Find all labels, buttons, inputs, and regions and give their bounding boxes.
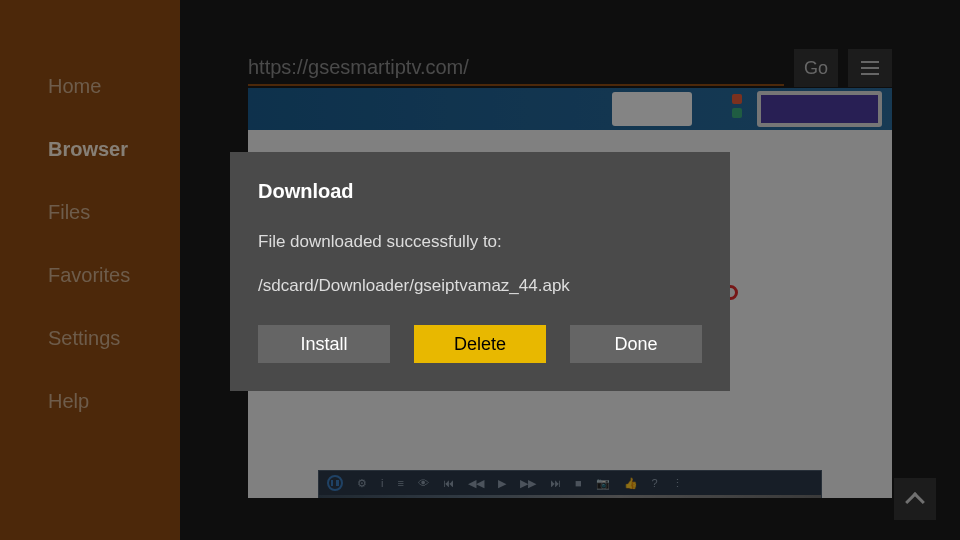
download-dialog: Download File downloaded successfully to… — [230, 152, 730, 391]
install-button[interactable]: Install — [258, 325, 390, 363]
dialog-actions: Install Delete Done — [258, 325, 702, 363]
dialog-title: Download — [258, 180, 702, 203]
dialog-file-path: /sdcard/Downloader/gseiptvamaz_44.apk — [258, 275, 702, 297]
dialog-message: File downloaded successfully to: — [258, 231, 702, 253]
delete-button[interactable]: Delete — [414, 325, 546, 363]
modal-overlay: Download File downloaded successfully to… — [0, 0, 960, 540]
done-button[interactable]: Done — [570, 325, 702, 363]
